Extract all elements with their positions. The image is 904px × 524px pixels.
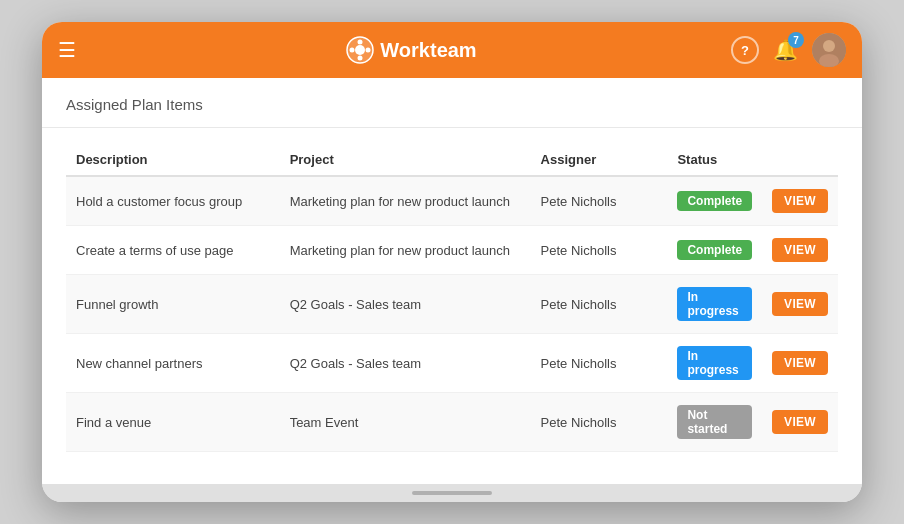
status-badge: Complete [677, 240, 752, 260]
hamburger-icon[interactable]: ☰ [58, 38, 76, 62]
table-row: Create a terms of use page Marketing pla… [66, 226, 838, 275]
col-header-action [762, 144, 838, 176]
cell-assigner: Pete Nicholls [531, 334, 668, 393]
cell-project: Q2 Goals - Sales team [280, 334, 531, 393]
page-header: Assigned Plan Items [42, 78, 862, 128]
table-row: Funnel growth Q2 Goals - Sales team Pete… [66, 275, 838, 334]
table-container: Description Project Assigner Status Hold… [42, 128, 862, 484]
navbar: ☰ Workteam ? 🔔 7 [42, 22, 862, 78]
cell-assigner: Pete Nicholls [531, 275, 668, 334]
navbar-left: ☰ [58, 38, 92, 62]
cell-description: Create a terms of use page [66, 226, 280, 275]
col-header-assigner: Assigner [531, 144, 668, 176]
cell-assigner: Pete Nicholls [531, 176, 668, 226]
view-button[interactable]: VIEW [772, 189, 828, 213]
svg-point-1 [355, 45, 365, 55]
col-header-project: Project [280, 144, 531, 176]
view-button[interactable]: VIEW [772, 351, 828, 375]
status-badge: Complete [677, 191, 752, 211]
view-button[interactable]: VIEW [772, 410, 828, 434]
svg-point-7 [823, 40, 835, 52]
avatar[interactable] [812, 33, 846, 67]
help-icon[interactable]: ? [731, 36, 759, 64]
cell-action: VIEW [762, 176, 838, 226]
svg-point-2 [358, 40, 363, 45]
cell-description: New channel partners [66, 334, 280, 393]
table-row: Hold a customer focus group Marketing pl… [66, 176, 838, 226]
view-button[interactable]: VIEW [772, 238, 828, 262]
brand-logo-icon [346, 36, 374, 64]
cell-status: In progress [667, 275, 762, 334]
cell-action: VIEW [762, 275, 838, 334]
cell-project: Marketing plan for new product launch [280, 226, 531, 275]
cell-status: Complete [667, 226, 762, 275]
status-badge: In progress [677, 346, 752, 380]
table-row: New channel partners Q2 Goals - Sales te… [66, 334, 838, 393]
cell-action: VIEW [762, 393, 838, 452]
status-badge: In progress [677, 287, 752, 321]
table-row: Find a venue Team Event Pete Nicholls No… [66, 393, 838, 452]
svg-point-3 [358, 56, 363, 61]
table-header: Description Project Assigner Status [66, 144, 838, 176]
content-area: Assigned Plan Items Description Project … [42, 78, 862, 484]
cell-action: VIEW [762, 334, 838, 393]
col-header-description: Description [66, 144, 280, 176]
cell-project: Marketing plan for new product launch [280, 176, 531, 226]
navbar-center: Workteam [92, 36, 731, 64]
cell-project: Q2 Goals - Sales team [280, 275, 531, 334]
cell-assigner: Pete Nicholls [531, 393, 668, 452]
cell-status: Complete [667, 176, 762, 226]
cell-action: VIEW [762, 226, 838, 275]
device-frame: ☰ Workteam ? 🔔 7 [42, 22, 862, 502]
cell-status: Not started [667, 393, 762, 452]
table-body: Hold a customer focus group Marketing pl… [66, 176, 838, 452]
cell-project: Team Event [280, 393, 531, 452]
col-header-status: Status [667, 144, 762, 176]
svg-point-5 [366, 48, 371, 53]
avatar-image [812, 33, 846, 67]
cell-description: Find a venue [66, 393, 280, 452]
cell-assigner: Pete Nicholls [531, 226, 668, 275]
cell-status: In progress [667, 334, 762, 393]
device-bottom-bar [42, 484, 862, 502]
svg-point-4 [350, 48, 355, 53]
view-button[interactable]: VIEW [772, 292, 828, 316]
cell-description: Funnel growth [66, 275, 280, 334]
brand-name: Workteam [380, 39, 476, 62]
page-title: Assigned Plan Items [66, 96, 838, 113]
bottom-indicator [412, 491, 492, 495]
assigned-items-table: Description Project Assigner Status Hold… [66, 144, 838, 452]
notification-wrapper[interactable]: 🔔 7 [773, 38, 798, 62]
cell-description: Hold a customer focus group [66, 176, 280, 226]
notification-badge: 7 [788, 32, 804, 48]
status-badge: Not started [677, 405, 752, 439]
navbar-right: ? 🔔 7 [731, 33, 846, 67]
